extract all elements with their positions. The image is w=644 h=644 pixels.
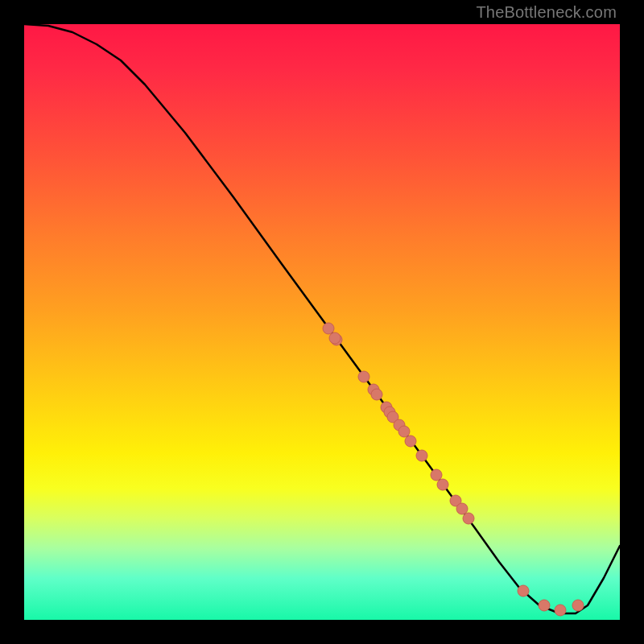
data-dot bbox=[456, 503, 468, 514]
data-dot bbox=[463, 513, 474, 524]
data-dot bbox=[329, 332, 341, 344]
data-dot bbox=[539, 600, 550, 611]
data-dot bbox=[371, 389, 382, 400]
data-dots bbox=[323, 323, 584, 616]
data-dot bbox=[405, 436, 416, 447]
data-dot bbox=[555, 605, 566, 616]
data-dot bbox=[518, 585, 529, 597]
chart-svg bbox=[24, 24, 620, 620]
data-dot bbox=[572, 600, 584, 611]
data-dot bbox=[323, 323, 334, 334]
data-dot bbox=[398, 426, 410, 437]
bottleneck-curve bbox=[24, 24, 620, 613]
data-dot bbox=[431, 469, 442, 481]
data-dot bbox=[437, 479, 448, 490]
chart-frame: TheBottleneck.com bbox=[0, 0, 644, 644]
watermark-text: TheBottleneck.com bbox=[476, 3, 617, 22]
data-dot bbox=[358, 371, 369, 382]
data-dot bbox=[416, 450, 427, 461]
plot-area bbox=[24, 24, 620, 620]
